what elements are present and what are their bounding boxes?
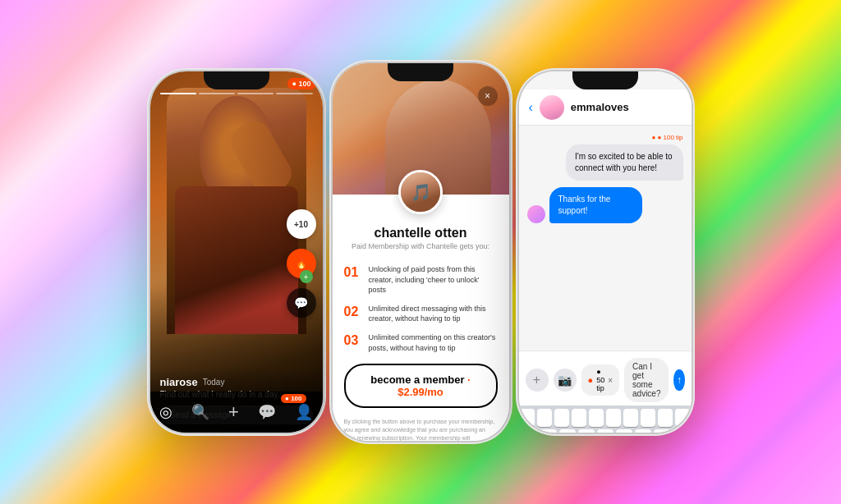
chat-header: ‹ emmaloves (519, 89, 692, 126)
benefit-1-num: 01 (344, 264, 362, 280)
benefit-3-text: Unlimited commenting on this creator's p… (369, 332, 498, 353)
key-d[interactable] (559, 429, 576, 433)
key-w[interactable] (537, 409, 552, 427)
phones-container: ● 100 +10 🔥 + 💬 niarose (0, 0, 841, 504)
benefit-2: 02 Unlimited direct messaging with this … (333, 300, 509, 328)
benefit-1-text: Unlocking of paid posts from this creato… (369, 264, 498, 296)
video-username: niarose (160, 376, 198, 388)
plus-control[interactable]: +10 (287, 209, 316, 239)
key-q[interactable] (520, 409, 535, 427)
nav-profile-icon[interactable]: 👤 (295, 403, 313, 421)
key-j[interactable] (635, 429, 651, 433)
avatar-inner: 🎵 (401, 172, 440, 212)
member-price: · (467, 373, 471, 386)
video-time: Today (203, 378, 225, 387)
tip-remove-button[interactable]: × (608, 376, 613, 385)
creator-name: chantelle otten (333, 226, 509, 241)
tip-dot-1: ● (652, 134, 656, 141)
key-e[interactable] (554, 409, 569, 427)
messages-spacer (527, 230, 683, 342)
attachment-button[interactable]: + (526, 369, 549, 392)
chat-messages: ● ● 100 tip I'm so excited to be able to… (519, 126, 692, 351)
tip-amount-1: ● 100 tip (657, 134, 682, 141)
creator-avatar: 🎵 (398, 170, 443, 214)
tip-icon: ● (588, 375, 594, 385)
nav-badge: ● 100 (281, 394, 306, 403)
right-controls: +10 🔥 + 💬 (287, 209, 316, 318)
benefit-3-num: 03 (344, 332, 362, 348)
phone3-notch (572, 71, 638, 89)
key-o[interactable] (658, 409, 673, 427)
coins-badge: ● 100 (287, 78, 316, 89)
progress-dot-3 (237, 93, 273, 94)
key-l[interactable] (673, 429, 689, 433)
phone-3: ‹ emmaloves ● ● 100 tip I'm so excited t… (519, 71, 692, 433)
header-person-shape (385, 80, 491, 195)
keyboard: 🙂 🎤 (519, 405, 692, 433)
benefit-2-text: Unlimited direct messaging with this cre… (369, 304, 498, 324)
progress-dot-1 (160, 93, 196, 94)
chat-avatar (540, 95, 564, 120)
sender-avatar (527, 205, 545, 223)
key-a[interactable] (522, 429, 538, 433)
key-t[interactable] (589, 409, 604, 427)
close-button[interactable]: × (478, 86, 498, 106)
chat-input-row: + 📷 ● ● 50 tip × Can I get some advice? … (519, 351, 692, 405)
key-k[interactable] (654, 429, 670, 433)
key-i[interactable] (641, 409, 655, 427)
nav-add-icon[interactable]: + (228, 401, 239, 423)
phone-1: ● 100 +10 🔥 + 💬 niarose (150, 71, 323, 433)
progress-dot-4 (276, 93, 312, 94)
key-g[interactable] (597, 429, 614, 433)
chat-name: emmaloves (571, 101, 629, 113)
benefit-2-num: 02 (344, 304, 362, 319)
key-p[interactable] (675, 409, 690, 427)
member-button[interactable]: become a member · $2.99/mo (344, 364, 498, 408)
member-btn-label: become a member (370, 373, 464, 386)
creator-subtitle: Paid Membership with Chantelle gets you: (333, 242, 509, 250)
chat-avatar-img (540, 95, 564, 120)
msg-bubble-received-1: I'm so excited to be able to connect wit… (566, 144, 683, 181)
phone1-notch (204, 71, 269, 89)
chat-text-input[interactable]: Can I get some advice? (624, 358, 669, 402)
msg-sent-1: Thanks for the support! (527, 187, 683, 223)
tip-indicator: ● ● 50 tip × (581, 364, 620, 396)
phone2-content: × 🎵 chantelle otten Paid Membership with… (333, 63, 509, 441)
member-price-value: $2.99/mo (398, 386, 443, 398)
camera-button[interactable]: 📷 (554, 369, 577, 392)
key-r[interactable] (572, 409, 586, 427)
send-button[interactable]: ↑ (673, 369, 684, 391)
tip-badge-1: ● ● 100 tip (652, 134, 683, 141)
benefit-1: 01 Unlocking of paid posts from this cre… (333, 260, 509, 300)
msg-received-1: ● ● 100 tip I'm so excited to be able to… (527, 134, 683, 181)
progress-dots (160, 93, 313, 94)
keyboard-row-2 (521, 429, 690, 433)
benefit-3: 03 Unlimited commenting on this creator'… (333, 328, 509, 357)
key-u[interactable] (623, 409, 638, 427)
key-s[interactable] (540, 429, 557, 433)
key-h[interactable] (616, 429, 632, 433)
key-f[interactable] (578, 429, 595, 433)
plus-badge: + (300, 270, 313, 283)
nav-home-icon[interactable]: ◎ (159, 403, 172, 421)
key-y[interactable] (606, 409, 621, 427)
chat-input-area: + 📷 ● ● 50 tip × Can I get some advice? … (519, 351, 692, 433)
msg-bubble-sent-1: Thanks for the support! (549, 187, 643, 223)
back-button[interactable]: ‹ (529, 100, 533, 115)
nav-chat-icon[interactable]: 💬 (258, 403, 276, 421)
progress-dot-2 (199, 93, 235, 94)
phone3-content: ‹ emmaloves ● ● 100 tip I'm so excited t… (519, 71, 692, 433)
nav-search-icon[interactable]: 🔍 (191, 403, 209, 421)
msg-sent-row: Thanks for the support! (527, 187, 652, 223)
disclaimer-text: By clicking the button above to purchase… (333, 415, 509, 441)
phone-2: × 🎵 chantelle otten Paid Membership with… (333, 63, 509, 441)
message-control[interactable]: 💬 (287, 288, 316, 318)
progress-bar-area (160, 93, 313, 94)
phone2-body: chantelle otten Paid Membership with Cha… (333, 195, 509, 441)
tip-amount-2: ● 50 tip (596, 368, 604, 392)
keyboard-row-1 (521, 409, 690, 427)
phone2-notch (388, 63, 453, 81)
